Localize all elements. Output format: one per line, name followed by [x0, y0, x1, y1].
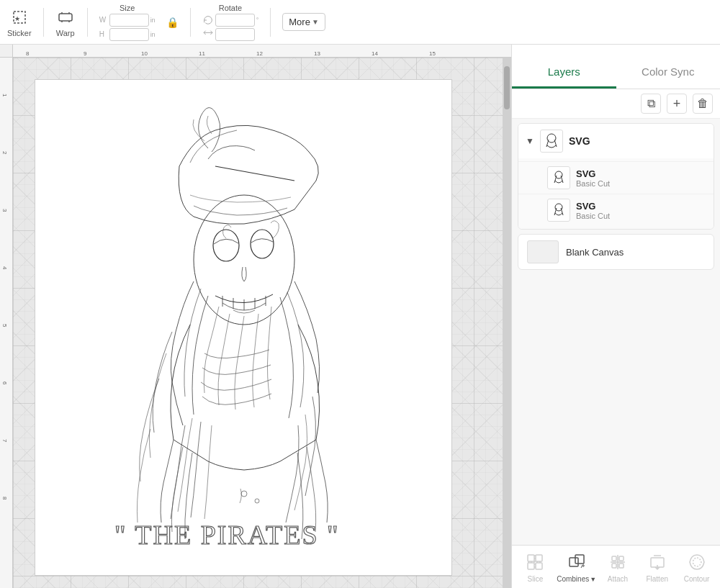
main-toolbar: ★ Sticker Warp Size W in H in — [0, 0, 720, 45]
contour-button[interactable]: Contour — [679, 551, 715, 583]
ruler-left: 1 2 3 4 5 6 7 8 — [0, 58, 13, 588]
layer-group-header-1[interactable]: ▼ SVG — [518, 124, 714, 158]
rotate-input[interactable] — [215, 14, 255, 27]
layer-sub-item-1[interactable]: SVG Basic Cut — [518, 161, 714, 194]
combines-arrow-icon: ▼ — [590, 576, 596, 583]
layers-list: ▼ SVG — [512, 119, 720, 545]
ruler-num-l6: 6 — [1, 381, 8, 384]
pirate-artwork: " THE PIRATES " — [50, 94, 438, 569]
svg-point-8 — [255, 499, 259, 503]
scrollbar-thumb[interactable] — [504, 66, 510, 109]
size-tool: Size W in H in — [99, 4, 156, 41]
ruler-top: 8 9 10 11 12 13 14 15 — [13, 45, 511, 58]
layer-thumb-1 — [540, 130, 563, 153]
ruler-num-l2: 2 — [1, 151, 8, 154]
height-input[interactable] — [109, 28, 149, 41]
combines-label: Combines — [557, 575, 589, 583]
more-arrow-icon: ▼ — [312, 18, 319, 26]
ruler-corner — [0, 45, 13, 58]
ruler-num-10: 10 — [141, 50, 148, 57]
height-row: H in — [99, 28, 156, 41]
sticker-tool[interactable]: ★ Sticker — [7, 7, 32, 37]
svg-rect-20 — [612, 556, 616, 561]
width-unit: in — [150, 17, 156, 24]
layer-toolbar: ⧉ + 🗑 — [512, 89, 720, 119]
flip-input[interactable] — [215, 28, 255, 41]
warp-tool[interactable]: Warp — [55, 7, 76, 37]
sticker-label: Sticker — [7, 29, 32, 37]
ruler-num-l5: 5 — [1, 324, 8, 327]
flatten-button[interactable]: Flatten — [639, 551, 675, 583]
grid-canvas[interactable]: " THE PIRATES " — [13, 58, 511, 588]
layer-group-name-1: SVG — [569, 135, 590, 147]
warp-icon — [55, 7, 76, 27]
rotate-icon — [202, 14, 214, 26]
layer-sub-item-2[interactable]: SVG Basic Cut — [518, 194, 714, 226]
panel-tabs: Layers Color Sync — [512, 45, 720, 89]
ruler-num-8: 8 — [26, 50, 29, 57]
add-icon: + — [673, 96, 681, 112]
size-label: Size — [99, 4, 156, 12]
slice-button[interactable]: Slice — [517, 551, 553, 583]
slice-label: Slice — [528, 575, 544, 583]
copy-layer-button[interactable]: ⧉ — [641, 94, 661, 114]
svg-text:" THE PIRATES ": " THE PIRATES " — [114, 520, 340, 550]
blank-canvas-row[interactable]: Blank Canvas — [518, 234, 714, 270]
svg-rect-19 — [575, 555, 584, 564]
attach-label: Attach — [608, 575, 628, 583]
svg-rect-13 — [536, 555, 542, 561]
flip-icon — [202, 29, 214, 40]
blank-canvas-label: Blank Canvas — [566, 247, 624, 258]
layer-sub-info-1: SVG Basic Cut — [576, 168, 610, 188]
width-input[interactable] — [109, 14, 149, 27]
svg-point-5 — [251, 230, 274, 258]
attach-button[interactable]: Attach — [600, 551, 636, 583]
ruler-num-l7: 7 — [1, 439, 8, 442]
layer-sub-thumb-1 — [547, 166, 570, 189]
ruler-num-11: 11 — [199, 50, 205, 57]
svg-rect-21 — [619, 556, 624, 561]
more-label: More — [289, 17, 310, 27]
tab-layers[interactable]: Layers — [512, 60, 616, 89]
ruler-num-12: 12 — [256, 50, 263, 57]
lock-icon[interactable]: 🔒 — [167, 15, 179, 30]
svg-rect-23 — [619, 564, 624, 568]
svg-rect-1 — [59, 14, 72, 21]
width-dim-label: W — [99, 16, 108, 24]
layer-group-1: ▼ SVG — [518, 123, 714, 230]
sep2 — [87, 8, 88, 37]
rotate-unit: ° — [256, 17, 259, 24]
tab-color-sync[interactable]: Color Sync — [616, 60, 721, 89]
more-button[interactable]: More ▼ — [282, 13, 325, 31]
bottom-action-toolbar: Slice Combines ▼ — [512, 545, 720, 588]
delete-layer-button[interactable]: 🗑 — [693, 94, 713, 114]
rotate-inputs: ° — [202, 14, 259, 41]
canvas-container[interactable]: 8 9 10 11 12 13 14 15 1 2 3 4 5 6 7 8 — [0, 45, 511, 588]
svg-rect-15 — [536, 563, 542, 569]
layer-sub-thumb-2 — [547, 199, 570, 222]
sticker-icon: ★ — [9, 7, 30, 27]
svg-rect-22 — [612, 564, 616, 568]
svg-text:★: ★ — [14, 15, 20, 22]
ruler-num-l4: 4 — [1, 266, 8, 269]
layer-sub-1: SVG Basic Cut — [518, 158, 714, 229]
flatten-icon — [646, 551, 669, 574]
layer-sub-info-2: SVG Basic Cut — [576, 201, 610, 220]
ruler-num-l3: 3 — [1, 209, 8, 212]
ruler-num-14: 14 — [372, 50, 378, 57]
height-unit: in — [150, 31, 156, 38]
vertical-scrollbar[interactable] — [503, 58, 511, 588]
svg-rect-14 — [528, 563, 534, 569]
combines-button[interactable]: Combines ▼ — [557, 551, 596, 583]
add-layer-button[interactable]: + — [667, 94, 687, 114]
ruler-num-l1: 1 — [1, 94, 8, 96]
svg-point-4 — [213, 230, 239, 261]
layer-sub-name-2: SVG — [576, 201, 610, 212]
white-canvas: " THE PIRATES " — [35, 79, 452, 576]
rotate-row: ° — [202, 14, 259, 27]
warp-label: Warp — [56, 29, 75, 37]
svg-point-7 — [241, 491, 247, 497]
rotate-row2 — [202, 28, 259, 41]
ruler-num-9: 9 — [84, 50, 86, 57]
height-dim-label: H — [99, 30, 108, 38]
